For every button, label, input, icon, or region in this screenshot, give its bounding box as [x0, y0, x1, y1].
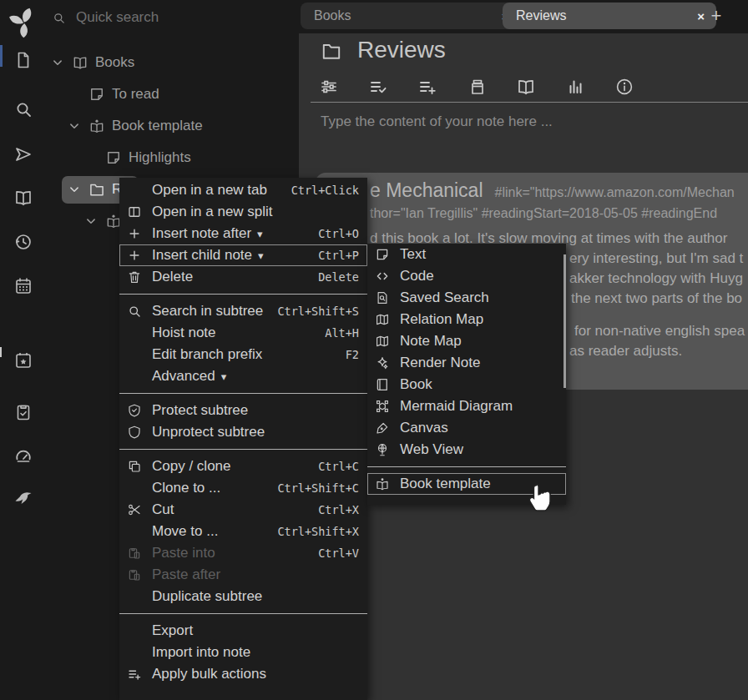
blank-icon — [127, 369, 142, 384]
submenu-item-canvas[interactable]: Canvas — [367, 417, 566, 439]
recent-changes-icon[interactable] — [13, 232, 33, 252]
book-open-icon — [72, 54, 88, 71]
menu-item-duplicate-subtree[interactable]: Duplicate subtree — [119, 586, 367, 607]
note-info-icon[interactable] — [614, 77, 634, 97]
folder-icon — [88, 181, 105, 198]
menu-item-open-in-new-split[interactable]: Open in a new split — [119, 201, 367, 223]
menu-item-clone-to[interactable]: Clone to ... Ctrl+Shift+C — [119, 477, 367, 499]
chevron-down-icon[interactable] — [83, 214, 99, 229]
tab-label: Reviews — [516, 8, 566, 23]
tab-reviews[interactable]: Reviews × — [503, 3, 716, 29]
calendar-icon[interactable] — [13, 276, 33, 296]
card-body-line: the next two parts of the bo — [571, 290, 742, 307]
menu-item-paste-after[interactable]: Paste after — [119, 564, 367, 586]
trash-icon — [127, 269, 142, 285]
jump-to-note-icon[interactable] — [13, 144, 33, 164]
menu-item-advanced[interactable]: Advanced — [119, 365, 367, 387]
card-attributes-line1: #link="https://www.amazon.com/Mechan — [495, 185, 735, 200]
quick-search[interactable]: Quick search — [52, 9, 159, 26]
plus-icon — [127, 248, 142, 263]
menu-item-hoist-note[interactable]: Hoist note Alt+H — [119, 322, 367, 344]
basic-properties-icon[interactable] — [319, 77, 339, 97]
card-body-line: for non-native english spea — [574, 323, 745, 340]
menu-item-paste-into[interactable]: Paste into Ctrl+V — [119, 542, 367, 564]
tree-item-selected[interactable]: R — [67, 179, 122, 200]
menu-item-cut[interactable]: Cut Ctrl+X — [119, 499, 367, 521]
submenu-item-text[interactable]: Text — [367, 244, 566, 265]
chevron-down-icon[interactable] — [50, 55, 65, 70]
diagram-icon — [375, 399, 390, 414]
search-icon — [127, 304, 142, 319]
submenu-item-note-map[interactable]: Note Map — [367, 330, 566, 352]
menu-item-export[interactable]: Export — [119, 620, 367, 642]
menu-item-move-to[interactable]: Move to ... Ctrl+Shift+X — [119, 521, 367, 542]
chevron-down-icon[interactable] — [67, 118, 82, 133]
menu-item-unprotect-subtree[interactable]: Unprotect subtree — [119, 421, 367, 443]
card-body-line: ery interesting, but I'm sad t — [569, 250, 743, 267]
submenu-scrollbar[interactable] — [564, 254, 566, 388]
card-title-fragment: e Mechanical — [370, 179, 483, 202]
new-tab-button[interactable]: + — [705, 5, 727, 27]
editor-placeholder[interactable]: Type the content of your note here ... — [321, 113, 553, 130]
globe-icon — [375, 442, 390, 457]
menu-item-delete[interactable]: Delete Delete — [119, 266, 367, 288]
blank-icon — [127, 183, 142, 198]
blank-icon — [127, 347, 142, 362]
calendar-star-icon[interactable] — [13, 350, 33, 370]
blank-icon — [127, 325, 142, 340]
promoted-attributes-icon[interactable] — [417, 77, 437, 97]
menu-item-edit-branch-prefix[interactable]: Edit branch prefix F2 — [119, 344, 367, 365]
chevron-down-icon[interactable] — [67, 182, 82, 197]
ribbon-divider — [311, 102, 748, 103]
note-title[interactable]: Reviews — [357, 37, 446, 63]
book-reader-icon — [375, 476, 390, 491]
note-map-launcher-icon[interactable] — [13, 188, 33, 208]
menu-divider — [119, 449, 367, 450]
submenu-item-book[interactable]: Book — [367, 374, 566, 395]
blank-icon — [127, 645, 142, 660]
submenu-item-relation-map[interactable]: Relation Map — [367, 309, 566, 330]
quick-search-placeholder: Quick search — [76, 9, 159, 26]
sparkle-icon — [375, 355, 390, 370]
tab-books[interactable]: Books × — [301, 3, 520, 29]
tree-item-to-read[interactable]: To read — [88, 83, 159, 105]
map-icon — [375, 334, 390, 349]
menu-item-import-into-note[interactable]: Import into note — [119, 642, 367, 663]
book-icon — [375, 377, 390, 392]
note-icon — [88, 86, 105, 103]
similar-notes-icon[interactable] — [565, 77, 585, 97]
menu-item-insert-note-after[interactable]: Insert note after Ctrl+O — [119, 223, 367, 244]
search-icon — [52, 11, 66, 25]
close-tab-icon[interactable]: × — [697, 9, 705, 23]
menu-item-open-in-new-tab[interactable]: Open in a new tab Ctrl+Click — [119, 179, 367, 201]
menu-item-copy-clone[interactable]: Copy / clone Ctrl+C — [119, 456, 367, 477]
submenu-item-mermaid-diagram[interactable]: Mermaid Diagram — [367, 395, 566, 417]
card-body-line: akker technology with Huyg — [569, 270, 743, 287]
new-note-icon[interactable] — [13, 50, 33, 70]
bird-icon[interactable] — [13, 489, 33, 509]
note-map-icon[interactable] — [516, 77, 536, 97]
app-window: Quick search Books To read Book template… — [0, 0, 748, 700]
submenu-item-render-note[interactable]: Render Note — [367, 352, 566, 374]
submenu-item-saved-search[interactable]: Saved Search — [367, 287, 566, 309]
search-launcher-icon[interactable] — [13, 99, 33, 119]
menu-item-protect-subtree[interactable]: Protect subtree — [119, 400, 367, 421]
note-paths-icon[interactable] — [468, 77, 488, 97]
task-list-icon[interactable] — [13, 402, 33, 422]
submenu-item-web-view[interactable]: Web View — [367, 439, 566, 461]
owned-attributes-icon[interactable] — [368, 77, 388, 97]
submenu-item-code[interactable]: Code — [367, 265, 566, 287]
plus-icon — [127, 226, 142, 241]
trilium-logo-icon — [7, 5, 40, 38]
tree-item-highlights[interactable]: Highlights — [105, 147, 191, 169]
scissors-icon — [127, 502, 142, 517]
tree-item-book-template[interactable]: Book template — [67, 115, 203, 137]
menu-item-search-in-subtree[interactable]: Search in subtree Ctrl+Shift+S — [119, 300, 367, 322]
note-icon — [375, 247, 390, 262]
menu-item-insert-child-note[interactable]: Insert child note Ctrl+P — [119, 244, 367, 266]
menu-item-apply-bulk-actions[interactable]: Apply bulk actions — [119, 663, 367, 685]
tree-context-menu: Open in a new tab Ctrl+Click Open in a n… — [119, 178, 367, 700]
dashboard-gauge-icon[interactable] — [13, 446, 33, 466]
tree-item-books[interactable]: Books — [50, 52, 134, 73]
copy-icon — [127, 459, 142, 474]
